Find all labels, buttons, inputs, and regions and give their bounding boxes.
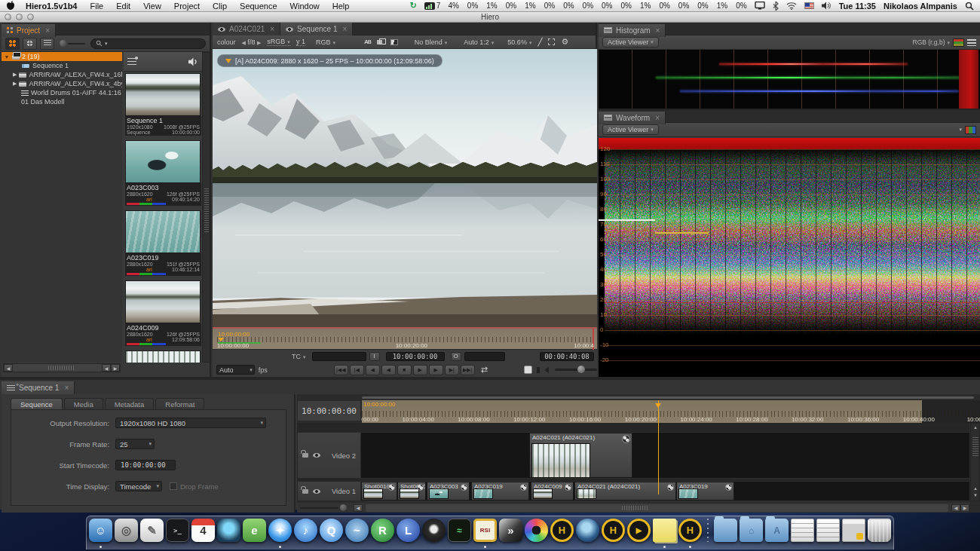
- menu-clock[interactable]: Tue 11:35: [839, 2, 876, 11]
- soft-effect-badge-icon[interactable]: [417, 484, 424, 491]
- transport-button[interactable]: ◀: [366, 365, 380, 375]
- transport-button[interactable]: ▶▶|: [461, 365, 475, 375]
- view-small-grid-button[interactable]: [23, 38, 37, 50]
- hiero[interactable]: H: [550, 518, 574, 548]
- histogram-mode-dropdown[interactable]: RGB (r,g,b): [913, 38, 951, 46]
- menu-item[interactable]: Clip: [213, 2, 227, 11]
- transport-button[interactable]: ▶|: [445, 365, 459, 375]
- timeline-clip[interactable]: A023C019: [471, 482, 529, 500]
- input-language-flag-icon[interactable]: [804, 2, 814, 9]
- itunes[interactable]: ♪: [293, 518, 318, 548]
- hieroplayer[interactable]: ▶: [626, 518, 651, 548]
- speaker-icon[interactable]: [544, 367, 549, 373]
- track-video1[interactable]: Shot0010 Shot0010: [361, 481, 969, 501]
- bin-item[interactable]: [125, 350, 201, 363]
- menu-item[interactable]: Project: [174, 2, 200, 11]
- tree-item[interactable]: Sequence 1: [2, 61, 122, 70]
- photo-booth[interactable]: [216, 518, 241, 548]
- transport-button[interactable]: |◀: [350, 365, 364, 375]
- rgb-parade-icon[interactable]: [965, 126, 976, 134]
- volume-slider[interactable]: [555, 369, 597, 371]
- ab-compare-icon[interactable]: AB: [364, 38, 371, 45]
- track-visible-eye-icon[interactable]: [313, 453, 320, 458]
- gain-control[interactable]: ◀ f/8 ▶: [242, 38, 262, 46]
- bluetooth-menu-icon[interactable]: [773, 2, 779, 11]
- scroll-left-icon[interactable]: ◀: [354, 504, 363, 512]
- timeline-clip[interactable]: A024C021 (A024C021): [529, 433, 632, 478]
- gauge-widget[interactable]: ⊙: [421, 518, 446, 548]
- annotation-pen-icon[interactable]: ╱: [537, 38, 542, 46]
- activity-monitor[interactable]: ≈: [447, 518, 472, 548]
- time-display-dropdown[interactable]: Timecode: [115, 481, 162, 491]
- bin-item[interactable]: Sequence 1 1920x10801008f @25FPS Sequenc…: [125, 73, 201, 136]
- safari[interactable]: ✦: [268, 518, 292, 548]
- scroll-right-icon[interactable]: ▶: [111, 364, 120, 372]
- timeline-horizontal-scrollbar[interactable]: ◀ ◀ ▶: [297, 503, 969, 513]
- frame-rate-dropdown[interactable]: 25: [115, 439, 155, 449]
- timeline-scroll-indicator[interactable]: [362, 396, 974, 399]
- spotlight-icon[interactable]: [965, 2, 974, 11]
- panel-menu-icon[interactable]: [967, 39, 976, 46]
- drop-frame-checkbox[interactable]: [170, 482, 177, 490]
- soft-effect-badge-icon[interactable]: [565, 484, 571, 491]
- viewer-tab[interactable]: Sequence 1: [280, 23, 353, 35]
- view-list-button[interactable]: [40, 38, 54, 50]
- subtab[interactable]: Sequence: [11, 398, 63, 410]
- guides-overlay-icon[interactable]: [548, 38, 555, 45]
- scroll-left-icon[interactable]: ◀: [4, 364, 13, 372]
- view-large-grid-button[interactable]: [5, 38, 20, 50]
- waveform-source-dropdown[interactable]: Active Viewer: [602, 124, 659, 135]
- timeline-clip[interactable]: Shot0010: [397, 482, 426, 500]
- davinci-resolve[interactable]: [524, 518, 549, 548]
- app-menu-title[interactable]: Hiero1.5v1b4: [26, 2, 77, 11]
- viewer-scrub-bar[interactable]: 10:00:00:00 10:00:00:00 10:00:20:00 10:0…: [213, 329, 597, 350]
- fps-mode-dropdown[interactable]: Auto: [216, 365, 255, 375]
- tab-waveform[interactable]: Waveform: [599, 112, 666, 124]
- tree-item[interactable]: World Drums 01-AIFF 44.1:16: [2, 88, 122, 97]
- soft-effect-badge-icon[interactable]: [520, 484, 527, 491]
- gamma-control[interactable]: y 1: [296, 38, 305, 46]
- rgb-rows-icon[interactable]: [953, 38, 964, 47]
- timeline-ruler[interactable]: 10:00:00:00 10:00:00:0010:00:04:0010:00:…: [361, 400, 980, 423]
- viewer-info-bar[interactable]: [A] A024C009: 2880 x 1620 – 25 FPS – 10:…: [217, 54, 443, 67]
- clip-thumbnail[interactable]: [125, 280, 201, 323]
- disk-utility[interactable]: ◎: [114, 518, 139, 548]
- thumbnail-size-slider[interactable]: [60, 40, 85, 47]
- calendar[interactable]: 4: [191, 518, 216, 548]
- separator[interactable]: [703, 518, 712, 548]
- output-resolution-dropdown[interactable]: 1920x1080 HD 1080: [115, 418, 266, 428]
- soft-effect-badge-icon[interactable]: [622, 435, 630, 443]
- rsiguard[interactable]: RSI: [473, 518, 498, 548]
- transport-button[interactable]: |◀◀: [334, 365, 348, 375]
- transport-button[interactable]: ▶: [429, 365, 443, 375]
- subtab[interactable]: Metadata: [105, 398, 155, 410]
- search-input[interactable]: ▾: [90, 38, 206, 49]
- bin-item[interactable]: A023C003 2880x1620126f @25FPS ari 09:40:…: [125, 140, 201, 206]
- menu-item[interactable]: Sequence: [240, 2, 277, 11]
- close-icon[interactable]: [654, 26, 660, 35]
- clip-thumbnail[interactable]: [125, 210, 201, 253]
- evernote[interactable]: e: [242, 518, 267, 548]
- folder-library[interactable]: ⌂: [739, 518, 764, 548]
- app-green-r[interactable]: R: [370, 518, 395, 548]
- soft-effect-badge-icon[interactable]: [461, 484, 467, 491]
- tc-mode-dropdown[interactable]: TC: [292, 353, 306, 360]
- lock-icon[interactable]: [302, 453, 308, 458]
- menu-item[interactable]: Help: [332, 2, 350, 11]
- bin-item[interactable]: A023C019 2880x1620151f @25FPS ari 10:46:…: [125, 210, 201, 276]
- close-icon[interactable]: [654, 114, 660, 122]
- hiero-3[interactable]: H: [678, 518, 703, 548]
- lock-icon[interactable]: [302, 489, 308, 494]
- tree-scrollbar[interactable]: ◀ ◀ ▶: [3, 363, 121, 372]
- start-timecode-field[interactable]: 10:00:00:00: [115, 460, 176, 470]
- display-menu-icon[interactable]: [755, 2, 765, 10]
- timeline-clip[interactable]: Shot0010: [361, 482, 397, 500]
- volume-menu-icon[interactable]: [822, 2, 831, 10]
- tab-histogram[interactable]: Histogram: [599, 24, 666, 37]
- timeline-clip[interactable]: A024C021 (A024C021): [574, 482, 676, 500]
- documents-stack[interactable]: [790, 518, 815, 548]
- stickies[interactable]: [652, 518, 677, 548]
- menu-user-name[interactable]: Nikolaos Almpanis: [884, 2, 957, 11]
- waveform-mode-dropdown[interactable]: ▾: [959, 127, 962, 133]
- finder[interactable]: ☺: [88, 518, 113, 548]
